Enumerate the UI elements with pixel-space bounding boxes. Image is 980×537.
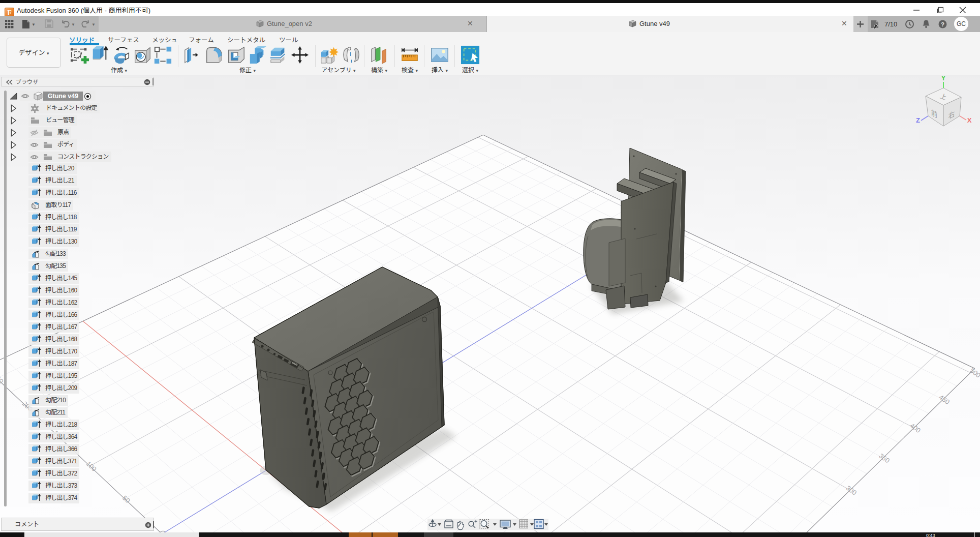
svg-text:Z: Z [916, 116, 920, 124]
svg-text:X: X [967, 116, 972, 124]
svg-text:?: ? [941, 21, 944, 27]
svg-text:Y: Y [941, 75, 945, 82]
